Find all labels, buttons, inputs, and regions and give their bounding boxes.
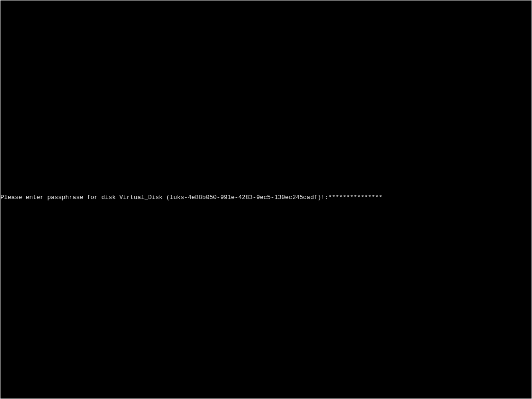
console-screen[interactable]: Please enter passphrase for disk Virtual… — [0, 0, 532, 399]
passphrase-prompt-line: Please enter passphrase for disk Virtual… — [0, 194, 382, 201]
passphrase-input-mask[interactable]: *************** — [328, 194, 382, 201]
passphrase-prompt-text: Please enter passphrase for disk Virtual… — [0, 194, 328, 201]
screen-border: Please enter passphrase for disk Virtual… — [0, 0, 532, 399]
